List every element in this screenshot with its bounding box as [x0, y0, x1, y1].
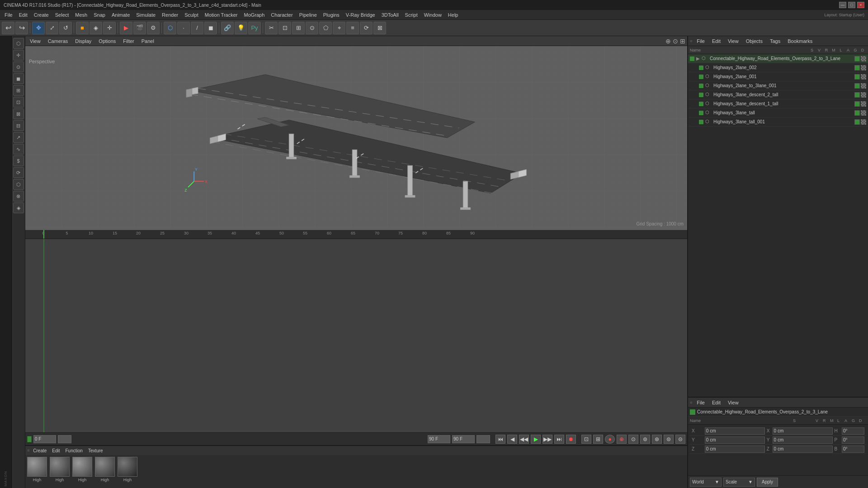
menu-3dtoall[interactable]: 3DToAll — [379, 11, 401, 19]
go-to-start-button[interactable]: ⏮ — [495, 435, 505, 444]
sidebar-icon-15[interactable]: ◈ — [13, 202, 24, 213]
obj-vis-green-1[interactable] — [854, 65, 860, 70]
menu-snap[interactable]: Snap — [91, 11, 108, 19]
attr-file[interactable]: File — [694, 399, 708, 406]
sidebar-icon-1[interactable]: ⬡ — [13, 38, 24, 49]
world-dropdown[interactable]: World ▼ — [690, 478, 722, 487]
step-back-button[interactable]: ◀ — [507, 435, 517, 444]
obj-vis-green-4[interactable] — [854, 92, 860, 98]
current-frame-input[interactable] — [33, 435, 56, 443]
object-row-3[interactable]: ⬡ Highways_2lane_to_3lane_001 — [688, 81, 868, 90]
bevel-tool[interactable]: ⬠ — [319, 22, 332, 34]
viewport-zoom-icon[interactable]: ⊙ — [673, 38, 678, 45]
move-tool[interactable]: ✥ — [32, 22, 45, 34]
sidebar-icon-3[interactable]: ⊙ — [13, 61, 24, 72]
om-tags[interactable]: Tags — [767, 38, 783, 45]
apply-button[interactable]: Apply — [757, 478, 778, 487]
obj-check-2[interactable] — [861, 74, 866, 80]
material-swatch-2[interactable]: High — [50, 457, 70, 482]
timeline-icon-4[interactable]: ⊕ — [617, 435, 627, 444]
matrix-extrude[interactable]: ⊠ — [373, 22, 386, 34]
menu-file[interactable]: File — [2, 11, 15, 19]
mat-create[interactable]: Create — [31, 448, 48, 453]
sidebar-icon-10[interactable]: ∿ — [13, 144, 24, 155]
play-reverse-button[interactable]: ◀◀ — [519, 435, 529, 444]
menu-animate[interactable]: Animate — [109, 11, 132, 19]
object-row-1[interactable]: ⬡ Highways_2lane_002 — [688, 63, 868, 72]
material-swatch-5[interactable]: High — [118, 457, 137, 482]
object-row-4[interactable]: ⬡ Highways_3lane_descent_2_tall — [688, 90, 868, 99]
sidebar-icon-6[interactable]: ⊡ — [13, 97, 24, 108]
om-bookmarks[interactable]: Bookmarks — [785, 38, 815, 45]
total-frames-input[interactable] — [452, 435, 475, 443]
sidebar-icon-5[interactable]: ⊞ — [13, 85, 24, 96]
timeline-track[interactable] — [25, 239, 687, 433]
object-btn[interactable]: ⬡ — [164, 22, 176, 34]
record-button[interactable]: ⏺ — [566, 435, 576, 444]
go-to-end-button[interactable]: ⏭ — [554, 435, 564, 444]
light-btn[interactable]: 💡 — [235, 22, 247, 34]
sidebar-icon-14[interactable]: ⊗ — [13, 191, 24, 202]
timeline-icon-5[interactable]: ⊙ — [628, 435, 638, 444]
menu-pipeline[interactable]: Pipeline — [297, 11, 320, 19]
vp-menu-display[interactable]: Display — [72, 38, 94, 45]
vp-menu-filter[interactable]: Filter — [120, 38, 137, 45]
viewport-full-icon[interactable]: ⊞ — [680, 38, 685, 45]
vp-menu-panel[interactable]: Panel — [139, 38, 157, 45]
slide-tool[interactable]: ≡ — [346, 22, 359, 34]
menu-character[interactable]: Character — [268, 11, 295, 19]
mat-function[interactable]: Function — [64, 448, 85, 453]
timeline-icon-3[interactable]: ● — [605, 435, 615, 444]
material-swatch-4[interactable]: High — [95, 457, 115, 482]
om-objects[interactable]: Objects — [743, 38, 765, 45]
magnet-tool[interactable]: ⟳ — [360, 22, 373, 34]
end-frame-input[interactable] — [428, 435, 450, 443]
snap-btn[interactable]: 🔗 — [221, 22, 234, 34]
vp-menu-options[interactable]: Options — [96, 38, 118, 45]
object-row-2[interactable]: ⬡ Highways_2lane_001 — [688, 72, 868, 81]
menu-help[interactable]: Help — [445, 11, 461, 19]
timeline-icon-8[interactable]: ⊜ — [664, 435, 674, 444]
timeline-icon-1[interactable]: ⊡ — [581, 435, 591, 444]
menu-create[interactable]: Create — [31, 11, 52, 19]
mat-edit[interactable]: Edit — [50, 448, 61, 453]
attr-h-input[interactable] — [842, 427, 864, 435]
obj-vis-green-3[interactable] — [854, 83, 860, 89]
sidebar-icon-7[interactable]: ⊠ — [13, 108, 24, 119]
sidebar-icon-2[interactable]: ✛ — [13, 50, 24, 61]
render-settings[interactable]: ⚙ — [147, 22, 160, 34]
attr-view[interactable]: View — [725, 399, 741, 406]
render-active[interactable]: ▶ — [120, 22, 132, 34]
obj-vis-green-2[interactable] — [854, 74, 860, 80]
model-mode[interactable]: ■ — [76, 22, 89, 34]
om-view[interactable]: View — [725, 38, 741, 45]
point-btn[interactable]: · — [177, 22, 190, 34]
menu-sculpt[interactable]: Sculpt — [182, 11, 201, 19]
menu-select[interactable]: Select — [52, 11, 72, 19]
om-file[interactable]: File — [694, 38, 708, 45]
obj-check-root[interactable] — [861, 56, 866, 61]
attr-x-pos-input[interactable] — [705, 427, 765, 435]
axis-mode[interactable]: ✛ — [103, 22, 116, 34]
scale-dropdown[interactable]: Scale ▼ — [723, 478, 755, 487]
obj-check-6[interactable] — [861, 110, 866, 116]
obj-check-4[interactable] — [861, 92, 866, 98]
menu-mesh[interactable]: Mesh — [72, 11, 90, 19]
vp-menu-view[interactable]: View — [27, 38, 43, 45]
obj-vis-green-6[interactable] — [854, 110, 860, 116]
attr-y-scale-input[interactable] — [773, 436, 833, 444]
material-swatch-3[interactable]: High — [72, 457, 92, 482]
obj-vis-green-7[interactable] — [854, 119, 860, 125]
extrude-tool[interactable]: ⊡ — [278, 22, 291, 34]
timeline-ruler[interactable]: 0 5 10 15 20 25 30 35 40 45 50 55 60 65 … — [25, 230, 687, 239]
minimize-button[interactable]: — — [839, 2, 846, 8]
mat-texture[interactable]: Texture — [86, 448, 105, 453]
om-edit[interactable]: Edit — [709, 38, 723, 45]
edge-btn[interactable]: / — [191, 22, 203, 34]
vp-menu-cameras[interactable]: Cameras — [45, 38, 71, 45]
timeline-icon-2[interactable]: ⊞ — [593, 435, 603, 444]
menu-window[interactable]: Window — [421, 11, 444, 19]
viewport-nav-icon[interactable]: ⊕ — [665, 38, 671, 45]
viewport-3d[interactable]: Y X Z Perspective Grid Spacing : 1000 cm — [25, 46, 687, 230]
bridge-tool[interactable]: ⊞ — [292, 22, 305, 34]
